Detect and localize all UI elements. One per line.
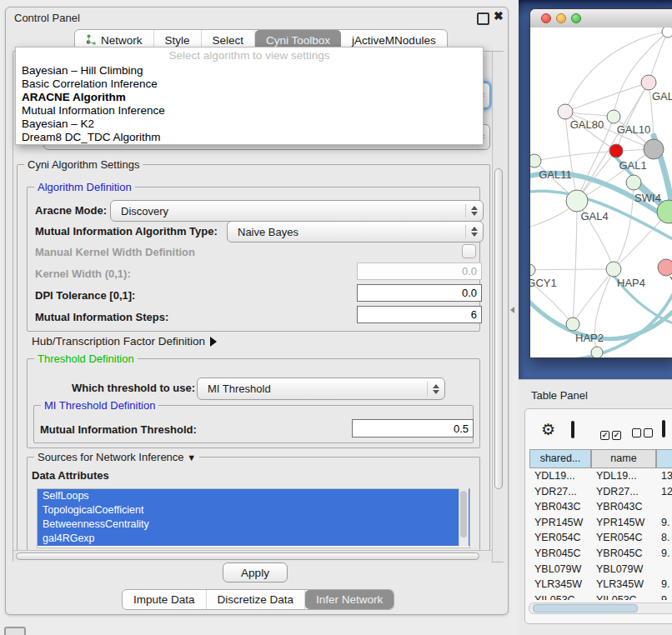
table-row[interactable]: YIL053CYIL053C9: [529, 592, 672, 600]
table-cell: YDR27...: [591, 484, 656, 500]
network-edge: [573, 201, 577, 324]
table-rows: YDL19...YDL19...13YDR27...YDR27...12YBR0…: [529, 468, 672, 600]
dpi-tolerance-field[interactable]: [357, 284, 482, 302]
split-columns-icon[interactable]: [571, 422, 574, 438]
close-icon[interactable]: ✖: [494, 9, 504, 22]
window-grip-icon[interactable]: [4, 627, 26, 635]
column-header[interactable]: [656, 450, 672, 468]
dropdown-item[interactable]: Dream8 DC_TDC Algorithm: [16, 131, 483, 144]
table-horizontal-scrollbar[interactable]: [529, 602, 672, 614]
table-cell: 9.: [656, 577, 672, 592]
network-node[interactable]: [591, 347, 603, 358]
attribute-list-scrollbar[interactable]: [459, 488, 469, 547]
network-node-gcy1[interactable]: [530, 264, 535, 276]
hub-section-toggle[interactable]: Hub/Transcription Factor Definition: [32, 335, 217, 348]
network-view-window: GALGAL80GAL10GAL1GAL11SWI4GAL4GCY1HAP4YH…: [529, 8, 672, 358]
screen: Control Panel ✖ NetworkStyleSelectCyni T…: [0, 0, 672, 635]
list-item[interactable]: BetweennessCentrality: [38, 518, 469, 532]
network-node-hap2[interactable]: [566, 318, 579, 331]
mi-threshold-field[interactable]: [352, 419, 474, 438]
group-title: Cyni Algorithm Settings: [24, 158, 143, 171]
table-row[interactable]: YDR27...YDR27...12: [529, 484, 672, 500]
network-node-gal1[interactable]: [609, 144, 623, 158]
network-node-gal4[interactable]: [566, 190, 588, 212]
table-row[interactable]: YDL19...YDL19...13: [529, 468, 672, 484]
table-cell: 8.: [656, 530, 672, 546]
network-edge: [649, 32, 668, 82]
table-row[interactable]: YER054CYER054C8.: [529, 530, 672, 546]
mi-steps-field[interactable]: [357, 306, 482, 323]
aracne-mode-combobox[interactable]: Discovery: [110, 200, 484, 222]
tab-label: Style: [165, 34, 190, 47]
aracne-mode-label: Aracne Mode:: [35, 204, 107, 217]
table-panel: Table Panel ⚙ ✓✓ shared...nameYDL19...YD…: [519, 379, 672, 635]
combo-arrows-icon: [465, 204, 483, 218]
column-header[interactable]: name: [591, 450, 656, 468]
network-node-gal80[interactable]: [558, 104, 573, 119]
node-label: GAL11: [539, 168, 572, 181]
column-header[interactable]: shared...: [529, 450, 591, 468]
network-node-gal11[interactable]: [530, 154, 541, 168]
data-attributes-list[interactable]: SelfLoopsTopologicalCoefficientBetweenne…: [37, 488, 470, 548]
kernel-width-field[interactable]: [357, 262, 482, 280]
table-row[interactable]: YBR045CYBR045C9.: [529, 546, 672, 562]
node-label: GAL: [652, 90, 672, 102]
tab-label: Network: [101, 34, 143, 47]
which-threshold-combobox[interactable]: MI Threshold: [197, 378, 445, 400]
mi-steps-label: Mutual Information Steps:: [35, 311, 168, 323]
table-cell: YPR145W: [529, 515, 591, 531]
dropdown-item[interactable]: Bayesian – K2: [16, 118, 483, 131]
checked-pair-icon[interactable]: ✓✓: [600, 426, 621, 441]
document-icon[interactable]: [662, 422, 665, 437]
manual-kernel-width-checkbox[interactable]: [462, 244, 476, 258]
network-canvas[interactable]: GALGAL80GAL10GAL1GAL11SWI4GAL4GCY1HAP4YH…: [530, 28, 672, 358]
expand-arrow-icon: [210, 337, 217, 347]
dropdown-item[interactable]: Bayesian – Hill Climbing: [16, 64, 483, 78]
tab-impute-data[interactable]: Impute Data: [123, 590, 207, 609]
panel-splitter-arrow[interactable]: [510, 307, 514, 313]
table-panel-card: ⚙ ✓✓ shared...nameYDL19...YDL19...13YDR2…: [524, 408, 672, 624]
network-node[interactable]: [644, 139, 664, 159]
tab-label: Infer Network: [316, 593, 383, 606]
group-title: Threshold Definition: [34, 352, 138, 365]
zoom-traffic-light[interactable]: [571, 13, 581, 23]
settings-horizontal-scrollbar[interactable]: [13, 550, 492, 562]
close-traffic-light[interactable]: [541, 13, 551, 23]
which-threshold-label: Which threshold to use:: [72, 382, 195, 394]
network-node-hap4[interactable]: [606, 262, 621, 277]
table-row[interactable]: YBL079WYBL079W: [529, 562, 672, 578]
dropdown-item[interactable]: Basic Correlation Inference: [16, 78, 483, 91]
list-item[interactable]: SelfLoops: [38, 489, 469, 503]
table-cell: YIL053C: [591, 592, 656, 600]
mi-algorithm-type-combobox[interactable]: Naive Bayes: [227, 221, 484, 242]
table-cell: 9.: [656, 515, 672, 531]
table-cell: YDL19...: [591, 468, 656, 484]
apply-button[interactable]: Apply: [223, 562, 288, 582]
network-node-y[interactable]: [658, 259, 672, 276]
network-node-gal[interactable]: [641, 75, 656, 90]
mi-algorithm-type-label: Mutual Information Algorithm Type:: [35, 225, 218, 238]
network-node-swi4[interactable]: [626, 175, 641, 190]
network-edge: [576, 282, 672, 358]
network-node[interactable]: [662, 28, 672, 38]
sources-group-title[interactable]: Sources for Network Inference ▼: [34, 451, 199, 463]
unchecked-pair-icon[interactable]: [632, 426, 653, 441]
settings-vertical-scrollbar[interactable]: [492, 52, 504, 562]
tab-discretize-data[interactable]: Discretize Data: [207, 590, 306, 609]
table-row[interactable]: YLR345WYLR345W9.: [529, 577, 672, 592]
dropdown-placeholder: Select algorithm to view settings: [16, 48, 483, 64]
table-cell: YPR145W: [591, 515, 656, 531]
list-item[interactable]: TopologicalCoefficient: [38, 503, 469, 518]
network-window-titlebar: [530, 9, 672, 28]
dropdown-item[interactable]: Mutual Information Inference: [16, 104, 483, 118]
list-item[interactable]: gal4RGexp: [38, 532, 469, 546]
float-icon[interactable]: [477, 12, 489, 25]
dropdown-item[interactable]: ARACNE Algorithm: [16, 91, 483, 104]
network-node-gal10[interactable]: [607, 110, 620, 123]
tab-infer-network[interactable]: Infer Network: [305, 590, 394, 609]
table-cell: YLR345W: [529, 577, 591, 592]
table-row[interactable]: YBR043CYBR043C: [529, 499, 672, 515]
table-row[interactable]: YPR145WYPR145W9.: [529, 515, 672, 531]
minimize-traffic-light[interactable]: [556, 13, 566, 23]
gear-icon[interactable]: ⚙: [541, 420, 555, 439]
